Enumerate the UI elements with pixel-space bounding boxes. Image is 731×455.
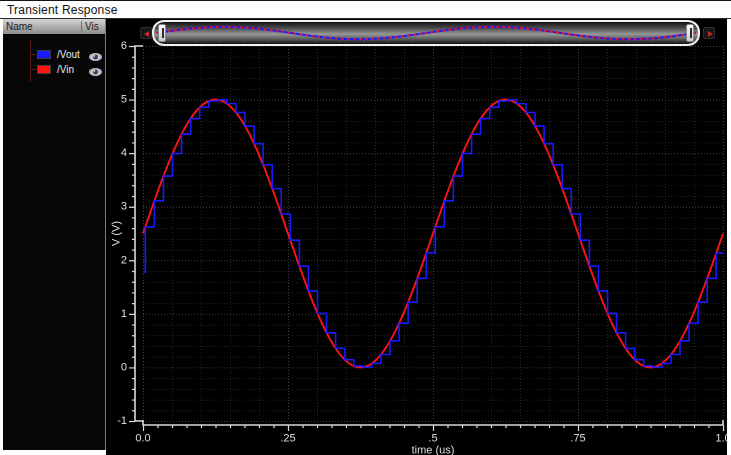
signal-list: /Vout /Vin: [3, 34, 105, 77]
signal-row-vin[interactable]: /Vin: [3, 62, 105, 77]
waveform-viewer-window: Transient Response Name Vis /Vout: [0, 0, 731, 455]
signal-color-swatch: [37, 65, 51, 74]
name-column-header: Name: [3, 21, 81, 32]
scroll-right-arrow-icon[interactable]: [703, 27, 715, 39]
visibility-eye-icon[interactable]: [88, 50, 103, 60]
signal-name: /Vin: [57, 64, 74, 75]
overview-scrollbar-track[interactable]: [152, 20, 700, 46]
range-handle-left[interactable]: [158, 24, 166, 42]
visibility-eye-icon[interactable]: [88, 65, 103, 75]
signal-panel: Name Vis /Vout: [3, 19, 106, 450]
signal-row-vout[interactable]: /Vout: [3, 47, 105, 62]
signal-panel-header: Name Vis: [3, 19, 105, 34]
overview-scrollbar: [106, 20, 727, 46]
content-row: Name Vis /Vout: [0, 19, 731, 455]
signal-name: /Vout: [57, 49, 80, 60]
title-bar: Transient Response: [0, 1, 731, 19]
scroll-left-arrow-icon[interactable]: [140, 27, 152, 39]
waveform-area: [106, 19, 727, 455]
vis-column-header: Vis: [81, 21, 105, 32]
waveform-canvas[interactable]: [106, 19, 727, 455]
signal-color-swatch: [37, 50, 51, 59]
overview-waveform-canvas: [156, 24, 696, 42]
window-title: Transient Response: [7, 3, 118, 17]
range-handle-right[interactable]: [686, 24, 694, 42]
